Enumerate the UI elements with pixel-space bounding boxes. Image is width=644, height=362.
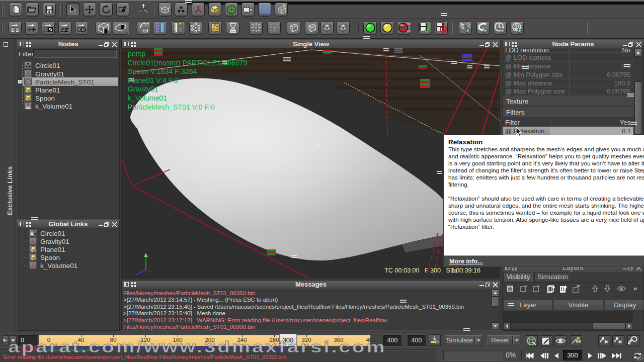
svg-text:persp: persp xyxy=(128,50,146,58)
svg-text:TC 00:03:00 F 300 ST 00:39: TC 00:03:00 F 300 ST 00:39:16 xyxy=(384,267,480,274)
svg-text:ParticleMesh_ST01 V:0 F:0: ParticleMesh_ST01 V:0 F:0 xyxy=(128,103,215,111)
svg-text:Gravity01: Gravity01 xyxy=(128,85,158,93)
svg-text:Spoon V:1634 F:3264: Spoon V:1634 F:3264 xyxy=(128,67,197,75)
svg-text:Plane01 V:4 F:2: Plane01 V:4 F:2 xyxy=(128,76,179,84)
svg-text:Circle01(master) PARTICLES:366: Circle01(master) PARTICLES:366079 xyxy=(128,59,248,67)
svg-text:k_Volume01: k_Volume01 xyxy=(128,94,167,102)
